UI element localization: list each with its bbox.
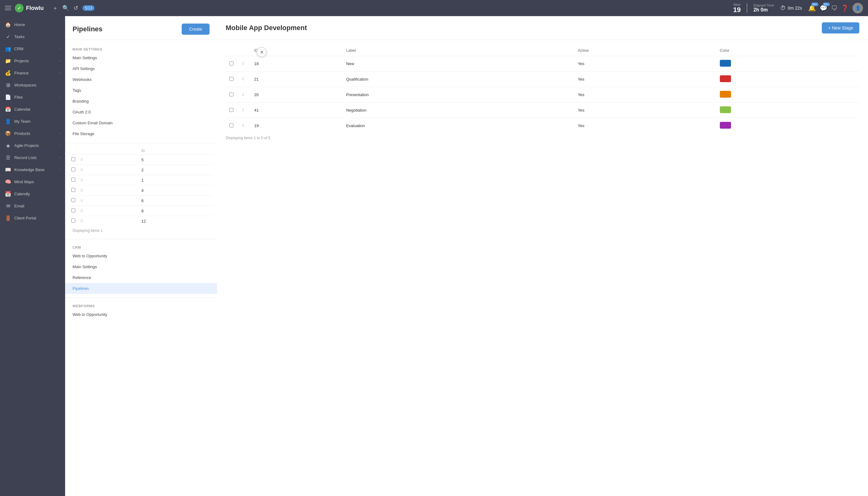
pipelines-panel: Pipelines Create MAIN SETTINGS Main Sett… — [65, 16, 217, 496]
row-checkbox-8[interactable] — [71, 208, 75, 212]
notifications-button[interactable]: 🔔 99+ — [808, 4, 816, 12]
sidebar-item-products[interactable]: 📦 Products › — [0, 127, 65, 140]
menu-pipelines[interactable]: Pipelines — [65, 283, 217, 294]
stage-row: ⠿ 19 Evaluation Yes — [226, 118, 859, 134]
stage-active: Yes — [574, 118, 716, 134]
stage-active: Yes — [574, 56, 716, 72]
stage-color-swatch[interactable] — [720, 60, 731, 67]
stage-color-swatch[interactable] — [720, 91, 731, 98]
menu-web-to-opportunity[interactable]: Web to Opportunity — [65, 250, 217, 261]
stage-drag-handle[interactable]: ⠿ — [242, 108, 245, 112]
menu-custom-email-domain[interactable]: Custom Email Domain — [65, 118, 217, 128]
add-button[interactable]: ＋ — [52, 4, 58, 12]
stage-drag-handle[interactable]: ⠿ — [242, 77, 245, 81]
menu-branding[interactable]: Branding — [65, 96, 217, 107]
sidebar-label-products: Products — [14, 131, 56, 136]
new-stage-button[interactable]: + New Stage — [822, 22, 859, 33]
close-panel-button[interactable]: ✕ — [257, 47, 267, 57]
sidebar-item-mind-maps[interactable]: 🧠 Mind Maps — [0, 176, 65, 188]
stage-color-swatch[interactable] — [720, 106, 731, 113]
help-button[interactable]: ❓ — [841, 4, 849, 12]
sidebar-item-tasks[interactable]: ✓ Tasks — [0, 31, 65, 43]
sidebar-item-projects[interactable]: 📁 Projects › — [0, 55, 65, 67]
crm-icon: 👥 — [5, 46, 11, 52]
drag-handle[interactable]: ⠿ — [80, 188, 83, 193]
row-checkbox-4[interactable] — [71, 188, 75, 192]
stage-checkbox-41[interactable] — [229, 108, 233, 112]
stage-checkbox-21[interactable] — [229, 77, 233, 81]
sidebar-item-home[interactable]: 🏠 Home — [0, 19, 65, 31]
pipelines-scroll: MAIN SETTINGS Main Settings API Settings… — [65, 40, 217, 496]
mind-maps-icon: 🧠 — [5, 179, 11, 185]
sidebar-item-record-lists[interactable]: ☰ Record Lists › — [0, 152, 65, 164]
stage-checkbox-19[interactable] — [229, 123, 233, 127]
sidebar-label-record-lists: Record Lists — [14, 155, 56, 160]
sidebar-item-files[interactable]: 📄 Files › — [0, 91, 65, 103]
menu-api-settings[interactable]: API Settings — [65, 63, 217, 74]
drag-handle[interactable]: ⠿ — [80, 199, 83, 203]
drag-handle[interactable]: ⠿ — [80, 209, 83, 213]
sidebar-item-my-team[interactable]: 👤 My Team — [0, 115, 65, 127]
sidebar-item-client-portal[interactable]: 🚪 Client Portal — [0, 212, 65, 224]
drag-handle[interactable]: ⠿ — [80, 178, 83, 183]
menu-tags[interactable]: Tags — [65, 85, 217, 96]
history-button[interactable]: ↺ — [74, 5, 78, 12]
sidebar-item-email[interactable]: ✉ Email — [0, 200, 65, 212]
user-avatar[interactable]: 👤 — [852, 3, 863, 13]
sidebar-item-agile-projects[interactable]: ◈ Agile Projects › — [0, 140, 65, 152]
workspaces-icon: ⊞ — [5, 82, 11, 88]
menu-reference[interactable]: Reference — [65, 272, 217, 283]
stage-color-swatch[interactable] — [720, 75, 731, 82]
row-checkbox-12[interactable] — [71, 219, 75, 222]
col-id: ID — [139, 147, 213, 155]
sidebar-item-crm[interactable]: 👥 CRM › — [0, 43, 65, 55]
stage-drag-handle[interactable]: ⠿ — [242, 124, 245, 128]
pipeline-row-12: ⠿ 12 — [69, 216, 213, 226]
stages-table-container: ID Label Active Color ⠿ 18 New Yes ⠿ 21 … — [217, 40, 868, 496]
stage-drag-handle[interactable]: ⠿ — [242, 62, 245, 66]
sidebar-item-finance[interactable]: 💰 Finance › — [0, 67, 65, 79]
sidebar-label-files: Files — [14, 95, 56, 99]
search-button[interactable]: 🔍 — [62, 5, 69, 12]
sidebar-label-crm: CRM — [14, 46, 56, 51]
right-panel-header: Mobile App Development + New Stage — [217, 16, 868, 40]
sidebar-item-workspaces[interactable]: ⊞ Workspaces — [0, 79, 65, 91]
stage-id: 20 — [250, 87, 342, 103]
menu-crm-main-settings[interactable]: Main Settings — [65, 261, 217, 272]
logo-icon: ✓ — [15, 4, 24, 12]
drag-handle[interactable]: ⠿ — [80, 168, 83, 172]
stage-color-swatch[interactable] — [720, 122, 731, 129]
row-checkbox-5[interactable] — [71, 157, 75, 161]
menu-file-storage[interactable]: File Storage — [65, 128, 217, 139]
menu-oauth[interactable]: OAuth 2.0 — [65, 107, 217, 118]
drag-handle[interactable]: ⠿ — [80, 158, 83, 162]
menu-main-settings[interactable]: Main Settings — [65, 52, 217, 63]
pipeline-row-8: ⠿ 8 — [69, 206, 213, 216]
stage-checkbox-18[interactable] — [229, 61, 233, 65]
crm-arrow-icon: › — [59, 47, 60, 50]
col-active-header: Active — [574, 45, 716, 56]
stage-active: Yes — [574, 87, 716, 103]
menu-webhooks[interactable]: Webhooks — [65, 74, 217, 85]
chat-button[interactable]: 🗨 — [831, 5, 837, 12]
hamburger-menu[interactable] — [5, 6, 11, 10]
products-arrow-icon: › — [59, 132, 60, 135]
messages-button[interactable]: 💬 99+ — [820, 4, 827, 12]
task-counter[interactable]: 5/13 — [82, 5, 95, 11]
row-checkbox-2[interactable] — [71, 167, 75, 171]
sidebar-item-calendly[interactable]: 📆 Calendly — [0, 188, 65, 200]
sidebar-item-calendar[interactable]: 📅 Calendar — [0, 103, 65, 115]
menu-webforms-web-to-opportunity[interactable]: Web to Opportunity — [65, 309, 217, 320]
stage-drag-handle[interactable]: ⠿ — [242, 93, 245, 97]
sidebar-item-knowledge-base[interactable]: 📖 Knowledge Base › — [0, 164, 65, 176]
drag-handle[interactable]: ⠿ — [80, 219, 83, 223]
sidebar-label-home: Home — [14, 22, 60, 27]
create-button[interactable]: Create — [182, 24, 210, 35]
row-checkbox-6[interactable] — [71, 198, 75, 202]
row-checkbox-1[interactable] — [71, 177, 75, 182]
stage-checkbox-20[interactable] — [229, 92, 233, 96]
pipeline-id-5: 5 — [139, 155, 213, 165]
right-panel: Mobile App Development + New Stage ID La… — [217, 16, 868, 496]
right-panel-title: Mobile App Development — [226, 24, 307, 32]
day-number: 19 — [733, 6, 741, 13]
